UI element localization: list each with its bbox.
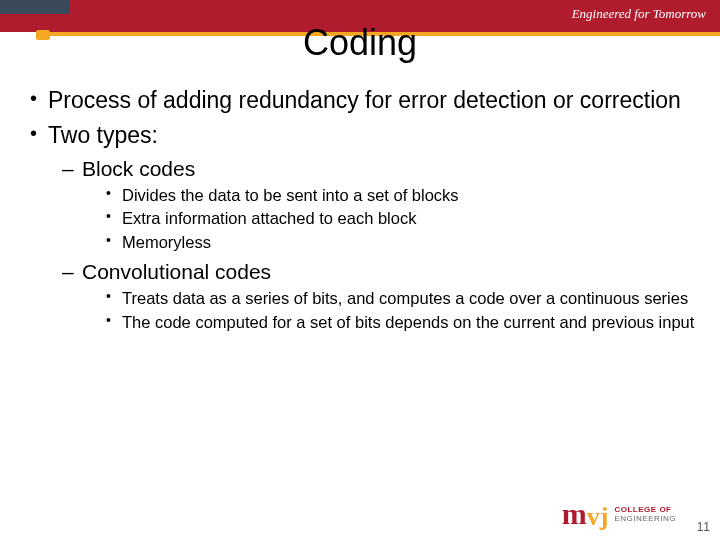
footer-logo: m vj COLLEGE OF ENGINEERING <box>562 503 676 524</box>
bullet-level3: Memoryless <box>26 232 700 253</box>
bullet-level3: Divides the data to be sent into a set o… <box>26 185 700 206</box>
bullet-level2: Convolutional codes <box>26 259 700 285</box>
bullet-level1: Process of adding redundancy for error d… <box>26 86 700 115</box>
header-accent <box>0 0 70 14</box>
bullet-level3: Extra information attached to each block <box>26 208 700 229</box>
logo-letter-vj: vj <box>587 508 609 526</box>
page-number: 11 <box>697 520 710 534</box>
logo-text: COLLEGE OF ENGINEERING <box>614 506 676 524</box>
bullet-level2: Block codes <box>26 156 700 182</box>
tagline: Engineered for Tomorrow <box>572 6 706 22</box>
bullet-level3: The code computed for a set of bits depe… <box>26 312 700 333</box>
slide: Engineered for Tomorrow Coding Process o… <box>0 0 720 540</box>
bullet-level3: Treats data as a series of bits, and com… <box>26 288 700 309</box>
page-title: Coding <box>0 22 720 64</box>
logo-letter-m: m <box>562 503 587 524</box>
logo-line2: ENGINEERING <box>614 515 676 524</box>
bullet-level1: Two types: <box>26 121 700 150</box>
content-body: Process of adding redundancy for error d… <box>26 80 700 335</box>
